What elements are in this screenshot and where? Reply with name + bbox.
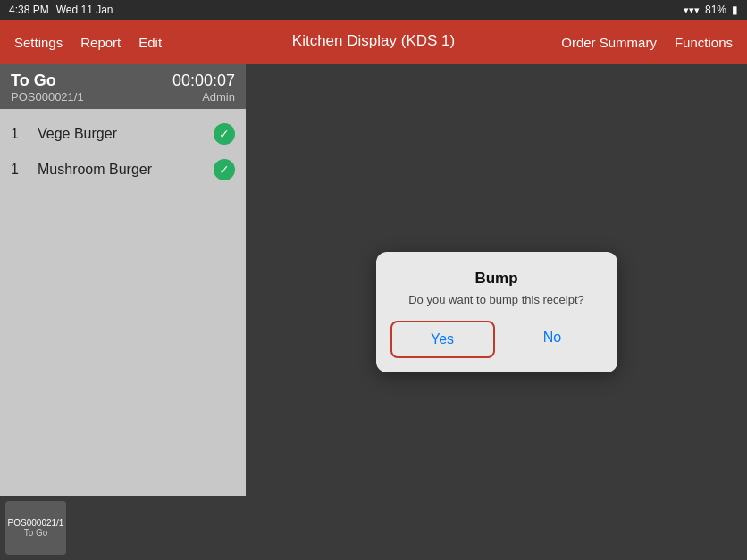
nav-title: Kitchen Display (KDS 1) [292,32,455,50]
order-summary-button[interactable]: Order Summary [561,35,657,50]
order-item: 1 Mushroom Burger ✓ [0,152,246,188]
modal-message: Do you want to bump this receipt? [390,293,603,306]
nav-left: Settings Report Edit [14,35,162,50]
edit-button[interactable]: Edit [138,35,162,50]
status-bar-left: 4:38 PM Wed 11 Jan [9,4,113,16]
modal-yes-button[interactable]: Yes [390,321,495,358]
check-icon: ✓ [214,123,235,145]
modal-buttons: Yes No [390,321,603,358]
battery-percent: 81% [705,4,726,16]
time-display: 4:38 PM [9,4,49,16]
report-button[interactable]: Report [80,35,121,50]
modal-box: Bump Do you want to bump this receipt? Y… [376,252,617,372]
order-timer: 00:00:07 [172,71,235,90]
wifi-icon: ▾▾▾ [684,4,700,16]
dark-area: Bump Do you want to bump this receipt? Y… [246,64,747,560]
order-item: 1 Vege Burger ✓ [0,116,246,152]
modal-no-button[interactable]: No [502,321,603,358]
thumbnail-type: To Go [24,528,48,538]
main-area: To Go POS000021/1 00:00:07 Admin 1 Vege … [0,64,747,560]
nav-right: Order Summary Functions [561,35,733,50]
item-name: Mushroom Burger [38,162,214,178]
item-qty: 1 [11,126,29,142]
item-qty: 1 [11,162,29,178]
status-bar: 4:38 PM Wed 11 Jan ▾▾▾ 81% ▮ [0,0,747,20]
thumbnail-card[interactable]: POS000021/1 To Go [5,501,66,555]
battery-icon: ▮ [732,4,738,16]
thumbnail-pos: POS000021/1 [8,518,64,528]
bottom-bar: POS000021/1 To Go [0,496,246,560]
order-panel: To Go POS000021/1 00:00:07 Admin 1 Vege … [0,64,246,560]
order-items: 1 Vege Burger ✓ 1 Mushroom Burger ✓ [0,109,246,514]
status-bar-right: ▾▾▾ 81% ▮ [684,4,738,16]
order-admin: Admin [172,90,235,104]
date-display: Wed 11 Jan [56,4,113,16]
modal-title: Bump [390,270,603,288]
order-pos: POS000021/1 [11,90,84,104]
nav-bar: Settings Report Edit Kitchen Display (KD… [0,20,747,64]
settings-button[interactable]: Settings [14,35,63,50]
check-icon: ✓ [214,159,235,180]
modal-overlay: Bump Do you want to bump this receipt? Y… [246,64,747,560]
order-header: To Go POS000021/1 00:00:07 Admin [0,64,246,109]
functions-button[interactable]: Functions [675,35,733,50]
item-name: Vege Burger [38,126,214,142]
order-title: To Go [11,71,84,90]
